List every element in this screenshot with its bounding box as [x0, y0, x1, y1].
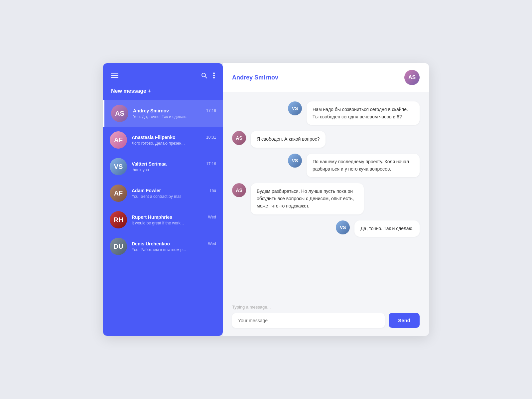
contact-avatar: AS — [111, 105, 128, 122]
message-row-msg4: AS Будем разбираться. Но лучше пусть пок… — [232, 183, 420, 214]
svg-rect-0 — [111, 73, 118, 74]
contact-name: Adam Fowler — [132, 188, 161, 193]
contact-name: Denis Urchenkoo — [132, 241, 170, 246]
contact-name: Valtteri Serimaa — [132, 161, 167, 167]
contact-item-denis[interactable]: DU Denis Urchenkoo Wed You: Работаем в ш… — [103, 233, 223, 260]
contact-info: Rupert Humphries Wed It would be great i… — [132, 214, 216, 225]
msg-avatar-sent: VS — [336, 220, 350, 234]
message-row-msg1: Нам надо бы созвониться сегодня в скайпе… — [232, 101, 420, 125]
sidebar: New message + AS Andrey Smirnov 17:16 Yo… — [103, 63, 223, 336]
contact-name-row: Anastasia Filipenko 10:31 — [132, 135, 216, 140]
contact-time: Thu — [209, 188, 216, 193]
contact-item-anastasia[interactable]: AF Anastasia Filipenko 10:31 Лого готово… — [103, 127, 223, 153]
svg-rect-2 — [111, 77, 118, 78]
contact-name: Anastasia Filipenko — [132, 135, 175, 140]
message-row-msg3: По нашему последнему проекту. Коля начал… — [232, 154, 420, 177]
contact-time: Wed — [208, 241, 216, 246]
contact-item-adam[interactable]: AF Adam Fowler Thu You: Sent a contract … — [103, 180, 223, 206]
msg-avatar-sent: VS — [288, 101, 302, 115]
contact-info: Adam Fowler Thu You: Sent a contract by … — [132, 188, 216, 199]
contact-time: 17:16 — [206, 108, 216, 113]
contact-name: Rupert Humphries — [132, 214, 172, 220]
svg-point-7 — [213, 77, 215, 78]
chat-footer: Typing a message... Send — [223, 299, 429, 336]
chat-contact-name: Andrey Smirnov — [232, 74, 278, 81]
contact-info: Valtteri Serimaa 17:16 thank you — [132, 161, 216, 172]
more-icon[interactable] — [213, 72, 215, 80]
message-input-row: Send — [232, 313, 420, 328]
contact-avatar: DU — [110, 238, 127, 255]
chat-panel: Andrey Smirnov AS Нам надо бы созвонитьс… — [223, 63, 429, 336]
contact-info: Denis Urchenkoo Wed You: Работаем в штат… — [132, 241, 216, 252]
contact-avatar: VS — [110, 158, 127, 175]
chat-header-avatar: AS — [404, 70, 420, 85]
contact-avatar: RH — [110, 211, 127, 228]
contact-preview: You: Работаем в штатном р... — [132, 247, 216, 252]
contact-preview: You: Да, точно. Так и сделаю. — [133, 114, 216, 119]
contact-name: Andrey Smirnov — [133, 108, 169, 113]
contact-item-rupert[interactable]: RH Rupert Humphries Wed It would be grea… — [103, 206, 223, 233]
msg-avatar: AS — [232, 183, 246, 197]
new-message-button[interactable]: New message + — [103, 87, 223, 100]
contact-name-row: Adam Fowler Thu — [132, 188, 216, 193]
send-button[interactable]: Send — [389, 313, 420, 328]
msg-bubble: По нашему последнему проекту. Коля начал… — [307, 154, 420, 177]
contact-preview: You: Sent a contract by mail — [132, 194, 216, 199]
msg-bubble: Будем разбираться. Но лучше пусть пока о… — [251, 183, 364, 214]
contact-info: Anastasia Filipenko 10:31 Лого готово. Д… — [132, 135, 216, 146]
contact-preview: thank you — [132, 168, 216, 172]
message-row-msg5: Да, точно. Так и сделаю. VS — [232, 220, 420, 237]
msg-avatar-sent: VS — [288, 154, 302, 168]
contact-preview: Лого готово. Делаю презен... — [132, 141, 216, 146]
message-row-msg2: AS Я свободен. А какой вопрос? — [232, 131, 420, 148]
msg-bubble: Да, точно. Так и сделаю. — [354, 220, 420, 237]
svg-line-4 — [205, 76, 207, 78]
message-input[interactable] — [232, 313, 385, 328]
contact-time: 17:16 — [206, 162, 216, 166]
contact-preview: It would be great if the work... — [132, 221, 216, 225]
msg-bubble: Я свободен. А какой вопрос? — [251, 131, 326, 148]
sidebar-header-icons — [201, 72, 215, 80]
msg-avatar: AS — [232, 131, 246, 145]
contact-name-row: Valtteri Serimaa 17:16 — [132, 161, 216, 167]
contact-info: Andrey Smirnov 17:16 You: Да, точно. Так… — [133, 108, 216, 119]
svg-point-6 — [213, 75, 215, 76]
chat-messages: Нам надо бы созвониться сегодня в скайпе… — [223, 92, 429, 299]
contact-avatar: AF — [110, 185, 127, 202]
contact-name-row: Andrey Smirnov 17:16 — [133, 108, 216, 113]
svg-rect-1 — [111, 75, 118, 76]
contact-list: AS Andrey Smirnov 17:16 You: Да, точно. … — [103, 100, 223, 336]
contact-item-andrey[interactable]: AS Andrey Smirnov 17:16 You: Да, точно. … — [103, 100, 223, 127]
search-icon[interactable] — [201, 72, 207, 80]
chat-header: Andrey Smirnov AS — [223, 63, 429, 92]
menu-icon[interactable] — [111, 73, 118, 80]
contact-name-row: Rupert Humphries Wed — [132, 214, 216, 220]
typing-indicator: Typing a message... — [232, 305, 420, 310]
sidebar-header — [103, 63, 223, 87]
msg-bubble: Нам надо бы созвониться сегодня в скайпе… — [307, 101, 420, 125]
contact-name-row: Denis Urchenkoo Wed — [132, 241, 216, 246]
contact-time: Wed — [208, 215, 216, 219]
svg-point-5 — [213, 72, 215, 74]
app-container: New message + AS Andrey Smirnov 17:16 Yo… — [103, 63, 429, 336]
contact-time: 10:31 — [206, 135, 216, 140]
contact-item-valtteri[interactable]: VS Valtteri Serimaa 17:16 thank you — [103, 153, 223, 180]
contact-avatar: AF — [110, 131, 127, 149]
